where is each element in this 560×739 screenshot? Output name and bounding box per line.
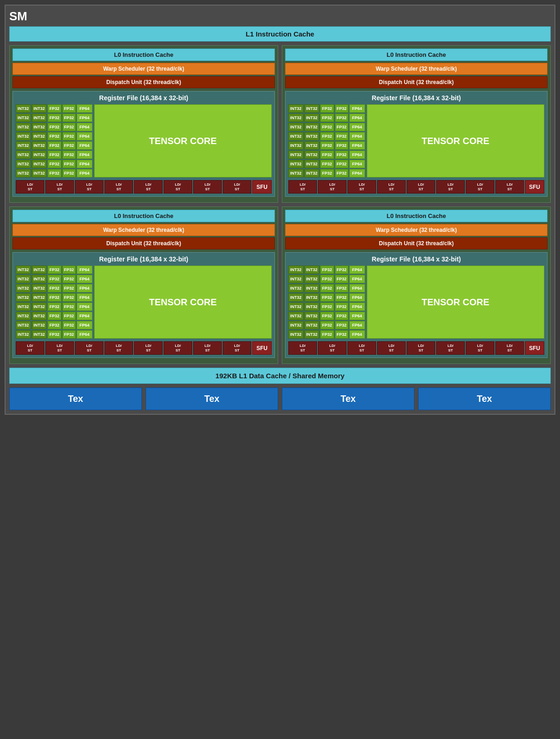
int32: INT32	[32, 169, 47, 177]
fp64: FP64	[349, 266, 365, 274]
cu-row: INT32 INT32 FP32 FP32 FP64	[288, 312, 365, 320]
int32: INT32	[304, 330, 320, 339]
fp64: FP64	[349, 312, 365, 320]
int32: INT32	[304, 104, 320, 113]
int32: INT32	[16, 330, 31, 339]
cu-row: INT32 INT32 FP32 FP32 FP64	[16, 275, 92, 283]
l0-cache-1: L0 Instruction Cache	[12, 48, 275, 61]
cu-row: INT32 INT32 FP32 FP32 FP64	[16, 312, 92, 320]
int32: INT32	[32, 312, 47, 320]
cu-row: INT32 INT32 FP32 FP32 FP64	[288, 293, 365, 302]
int32: INT32	[304, 275, 320, 283]
int32: INT32	[304, 303, 320, 311]
fp64: FP64	[77, 132, 92, 140]
fp64: FP64	[349, 151, 365, 159]
fp64: FP64	[349, 284, 365, 292]
int32: INT32	[32, 275, 47, 283]
cu-row: INT32 INT32 FP32 FP32 FP64	[16, 141, 92, 150]
fp32: FP32	[62, 312, 76, 320]
fp64: FP64	[77, 104, 92, 113]
ld-st: LD/ST	[223, 180, 251, 194]
tex-row: Tex Tex Tex Tex	[9, 388, 551, 410]
fp32: FP32	[320, 303, 334, 311]
cu-row: INT32 INT32 FP32 FP32 FP64	[288, 321, 365, 329]
dispatch-unit-2: Dispatch Unit (32 thread/clk)	[285, 76, 548, 88]
dispatch-unit-3: Dispatch Unit (32 thread/clk)	[12, 237, 275, 249]
fp32: FP32	[335, 330, 349, 339]
int32: INT32	[288, 293, 304, 302]
fp32: FP32	[335, 160, 349, 168]
fp64: FP64	[77, 312, 92, 320]
fp32: FP32	[335, 132, 349, 140]
l0-cache-3: L0 Instruction Cache	[12, 210, 275, 222]
int32: INT32	[16, 123, 31, 131]
cu-row: INT32 INT32 FP32 FP32 FP64	[288, 123, 365, 131]
sub-processor-3: L0 Instruction Cache Warp Scheduler (32 …	[9, 206, 278, 364]
int32: INT32	[16, 141, 31, 150]
fp32: FP32	[48, 312, 61, 320]
int32: INT32	[32, 284, 47, 292]
int32: INT32	[288, 123, 304, 131]
fp64: FP64	[77, 293, 92, 302]
fp32: FP32	[48, 266, 61, 274]
int32: INT32	[304, 321, 320, 329]
ld-st: LD/ST	[104, 180, 133, 194]
int32: INT32	[304, 132, 320, 140]
ld-st: LD/ST	[193, 180, 222, 194]
fp64: FP64	[349, 275, 365, 283]
int32: INT32	[16, 151, 31, 159]
fp32: FP32	[335, 266, 349, 274]
register-file-title-2: Register File (16,384 x 32-bit)	[288, 94, 544, 102]
fp32: FP32	[48, 160, 61, 168]
sfu-1: SFU	[252, 180, 272, 194]
int32: INT32	[32, 160, 47, 168]
ld-st: LD/ST	[436, 180, 465, 194]
fp64: FP64	[77, 160, 92, 168]
cu-row: INT32 INT32 FP32 FP32 FP64	[288, 284, 365, 292]
int32: INT32	[288, 151, 304, 159]
cu-rows-2: INT32 INT32 FP32 FP32 FP64 INT32 INT32 F…	[288, 104, 365, 177]
fp32: FP32	[320, 293, 334, 302]
cu-row: INT32 INT32 FP32 FP32 FP64	[16, 321, 92, 329]
fp64: FP64	[349, 293, 365, 302]
fp32: FP32	[48, 275, 61, 283]
fp64: FP64	[77, 266, 92, 274]
l0-cache-4: L0 Instruction Cache	[285, 210, 548, 222]
ld-st: LD/ST	[377, 341, 406, 355]
int32: INT32	[32, 266, 47, 274]
tensor-core-2: TENSOR CORE	[367, 104, 544, 177]
fp32: FP32	[48, 321, 61, 329]
register-file-1: Register File (16,384 x 32-bit) INT32 IN…	[12, 91, 275, 197]
ld-st: LD/ST	[407, 341, 435, 355]
int32: INT32	[16, 303, 31, 311]
fp32: FP32	[48, 293, 61, 302]
ld-st: LD/ST	[193, 341, 222, 355]
int32: INT32	[304, 312, 320, 320]
ld-st: LD/ST	[134, 341, 163, 355]
ld-st: LD/ST	[407, 180, 435, 194]
cu-row: INT32 INT32 FP32 FP32 FP64	[16, 293, 92, 302]
cu-rows-4: INT32 INT32 FP32 FP32 FP64 INT32 INT32 F…	[288, 266, 365, 339]
ld-st: LD/ST	[495, 180, 524, 194]
int32: INT32	[16, 104, 31, 113]
fp64: FP64	[349, 330, 365, 339]
ld-st: LD/ST	[318, 180, 347, 194]
fp64: FP64	[77, 303, 92, 311]
sub-processors-grid: L0 Instruction Cache Warp Scheduler (32 …	[9, 45, 551, 364]
int32: INT32	[288, 330, 304, 339]
ld-st: LD/ST	[104, 341, 133, 355]
int32: INT32	[304, 141, 320, 150]
cu-row: INT32 INT32 FP32 FP32 FP64	[288, 303, 365, 311]
ld-st: LD/ST	[164, 180, 192, 194]
warp-scheduler-1: Warp Scheduler (32 thread/clk)	[12, 63, 275, 75]
fp64: FP64	[349, 321, 365, 329]
fp64: FP64	[77, 275, 92, 283]
int32: INT32	[304, 284, 320, 292]
fp32: FP32	[48, 330, 61, 339]
cu-row: INT32 INT32 FP32 FP32 FP64	[16, 169, 92, 177]
ld-st: LD/ST	[466, 180, 494, 194]
fp64: FP64	[77, 123, 92, 131]
cu-row: INT32 INT32 FP32 FP32 FP64	[288, 160, 365, 168]
fp64: FP64	[349, 141, 365, 150]
fp32: FP32	[320, 151, 334, 159]
